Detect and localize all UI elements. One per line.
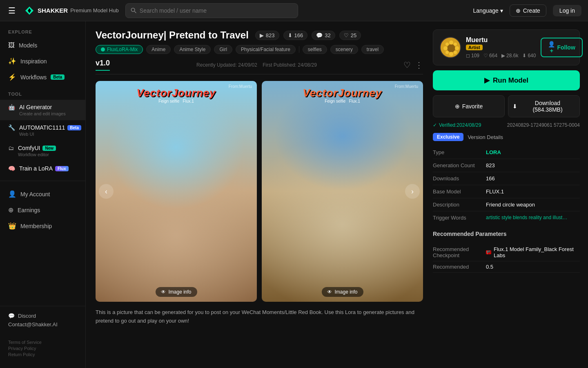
downloads-count: 166 <box>294 32 303 38</box>
download-icon: ⬇ <box>512 103 517 110</box>
tag-travel[interactable]: travel <box>361 45 384 54</box>
more-button[interactable]: ⋮ <box>415 60 423 70</box>
my-account-icon: 👤 <box>8 190 16 198</box>
info-row-description: Description Friend circle weapon <box>433 198 580 211</box>
downloads-stat: ⬇ 166 <box>283 31 308 40</box>
language-button[interactable]: Language ▾ <box>473 7 503 14</box>
sidebar-tool-train-lora[interactable]: 🧠 Train a LoRA Flux <box>0 161 85 176</box>
views-count: 823 <box>266 32 275 38</box>
author-role-badge: Artist <box>466 45 483 50</box>
image-gallery: From:Muertu VectorJourney Feign selfie F… <box>96 81 423 302</box>
heart-button[interactable]: ♡ <box>403 60 411 70</box>
image-1-overlay: VectorJourney <box>136 87 216 99</box>
sidebar-item-workflows[interactable]: ⚡ Workflows Beta <box>0 69 85 85</box>
downloads-val: 166 <box>486 175 580 182</box>
comments-stat: 💬 32 <box>312 31 335 40</box>
login-button[interactable]: Log in <box>553 5 581 16</box>
svg-line-1 <box>134 11 136 13</box>
image-1-placeholder: From:Muertu VectorJourney Feign selfie F… <box>96 81 257 302</box>
image-1-sub: Feign selfie Flux.1 <box>158 99 194 103</box>
tag-anime[interactable]: Anime <box>146 45 171 54</box>
search-bar <box>125 3 298 18</box>
author-likes-stat: ♡ 664 <box>483 53 497 58</box>
image-2-placeholder: From:Muertu VectorJourney Feign selfie F… <box>262 81 423 302</box>
sidebar-item-membership[interactable]: 👑 Membership <box>0 218 85 234</box>
tag-anime-style[interactable]: Anime Style <box>174 45 211 54</box>
follow-button[interactable]: 👤+ Follow <box>541 38 582 57</box>
sidebar-item-earnings[interactable]: ⊕ Earnings <box>0 202 85 218</box>
logo-subtitle: Premium Model Hub <box>70 7 119 13</box>
checkpoint-val: 🏴 Flux.1 Model Family_Black Forest Labs <box>486 246 580 258</box>
tag-scenery[interactable]: scenery <box>330 45 358 54</box>
terms-link[interactable]: Terms of Service <box>8 340 77 345</box>
favorite-button[interactable]: ⊕ Favorite <box>433 95 505 117</box>
model-tags: FluxLoRA-Mix Anime Anime Style Girl Phys… <box>96 45 423 54</box>
gen-count-val: 823 <box>486 162 580 168</box>
eye-icon-1: 👁 <box>161 289 166 295</box>
sidebar-item-my-account[interactable]: 👤 My Account <box>0 186 85 202</box>
checkpoint-key: Recommended Checkpoint <box>433 246 486 258</box>
image-info-button-2[interactable]: 👁 Image info <box>321 287 363 297</box>
create-button[interactable]: ⊕ Create <box>510 4 546 17</box>
membership-icon: 👑 <box>8 222 16 230</box>
gallery-next-button[interactable]: › <box>405 184 420 199</box>
discord-contact[interactable]: Contact@Shakker.AI <box>8 321 77 328</box>
verified-row: ✓ Verified:2024/08/29 20240829-17249061 … <box>433 122 580 128</box>
automatic1111-badge: Beta <box>67 125 81 130</box>
flag-icon: 🏴 <box>486 250 491 254</box>
comfyui-badge: New <box>42 146 56 151</box>
search-input[interactable] <box>140 7 293 14</box>
downloads-key: Downloads <box>433 175 486 182</box>
ai-generator-sub: Create and edit images <box>19 111 66 116</box>
sidebar-item-models[interactable]: 🖼 Models <box>0 38 85 53</box>
likes-stat: ♡ 25 <box>339 31 361 40</box>
tag-girl[interactable]: Girl <box>214 45 232 54</box>
image-2-credit: From:Muertu <box>395 84 418 89</box>
download-button[interactable]: ⬇ Download (584.38MB) <box>508 95 580 117</box>
train-lora-icon: 🧠 <box>8 165 15 172</box>
exclusive-badge: Exclusive <box>433 133 463 141</box>
hash-value: 20240829-17249061 57275-0004 <box>507 122 580 128</box>
sidebar-tool-comfyui[interactable]: 🗂 ComfyUI New Workflow editor <box>0 141 85 161</box>
discord-item[interactable]: 💬 Discord <box>8 313 77 319</box>
sidebar-item-inspiration[interactable]: ✨ Inspiration <box>0 53 85 69</box>
return-link[interactable]: Return Policy <box>8 352 77 357</box>
comfyui-icon: 🗂 <box>8 145 14 151</box>
likes-icon-small: ♡ <box>483 53 488 58</box>
svg-point-10 <box>445 51 449 54</box>
svg-point-3 <box>447 44 455 52</box>
rec-row-steps: Recommended 0.5 <box>433 261 580 273</box>
gallery-prev-button[interactable]: ‹ <box>99 184 114 199</box>
svg-point-4 <box>449 40 453 45</box>
plus-icon: ⊕ <box>455 103 460 110</box>
version-meta: Recently Updated: 24/09/02 First Publish… <box>196 62 317 68</box>
model-stats: ▶ 823 ⬇ 166 💬 32 <box>255 31 361 40</box>
svg-point-9 <box>454 43 457 46</box>
model-description: This is a picture that can be generated … <box>96 308 423 325</box>
tag-divider <box>299 46 299 53</box>
privacy-link[interactable]: Privacy Policy <box>8 346 77 351</box>
discord-icon: 💬 <box>8 313 15 319</box>
search-icon <box>131 7 136 13</box>
version-details-link[interactable]: Version Details <box>468 134 503 140</box>
image-info-button-1[interactable]: 👁 Image info <box>155 287 197 297</box>
author-card: Muertu Artist ◻ 109 ♡ 664 <box>433 29 580 65</box>
views-stat: ▶ 823 <box>255 31 279 40</box>
tag-selfies[interactable]: selfies <box>303 45 327 54</box>
run-model-button[interactable]: ▶ Run Model <box>433 70 580 90</box>
tag-fluxlora[interactable]: FluxLoRA-Mix <box>96 45 143 54</box>
svg-point-7 <box>455 46 459 50</box>
tag-physical[interactable]: Physical/Facial feature <box>236 45 296 54</box>
sidebar-links: Terms of Service Privacy Policy Return P… <box>0 337 85 361</box>
menu-button[interactable]: ☰ <box>7 4 17 17</box>
description-val: Friend circle weapon <box>486 202 580 208</box>
logo[interactable]: SHAKKER Premium Model Hub <box>24 5 119 16</box>
action-row: ⊕ Favorite ⬇ Download (584.38MB) <box>433 95 580 117</box>
sidebar-tool-ai-generator[interactable]: 🤖 AI Generator Create and edit images <box>0 100 85 120</box>
comfyui-sub: Workflow editor <box>18 152 56 157</box>
svg-point-8 <box>445 43 449 46</box>
downloads-icon: ⬇ <box>288 32 292 38</box>
logo-name: SHAKKER <box>38 7 68 14</box>
author-gen-stat: ▶ 28.6k <box>501 53 518 58</box>
sidebar-tool-automatic1111[interactable]: 🔧 AUTOMATIC1111 Beta Web UI <box>0 120 85 141</box>
